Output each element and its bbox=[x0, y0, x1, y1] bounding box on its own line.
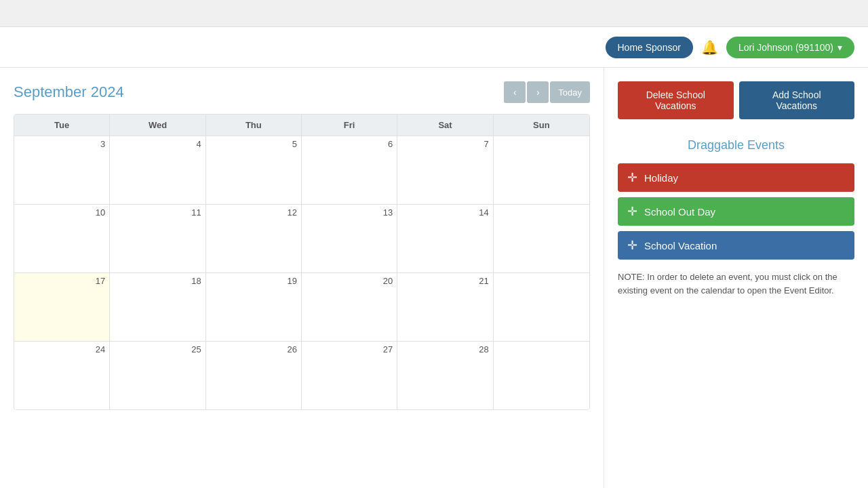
cell-number: 18 bbox=[114, 276, 201, 286]
draggable-label: School Out Day bbox=[644, 206, 715, 218]
draggable-school-vacation[interactable]: ✛School Vacation bbox=[618, 231, 854, 260]
calendar-cell[interactable]: 4 bbox=[110, 136, 205, 204]
calendar-week-1: 1011121314 bbox=[14, 204, 589, 272]
draggable-label: School Vacation bbox=[644, 240, 717, 251]
cell-number: 27 bbox=[306, 344, 393, 354]
main-content: September 2024 ‹ › Today TueWedThuFriSat… bbox=[0, 68, 868, 488]
cell-number: 5 bbox=[210, 139, 297, 149]
drag-handle-icon: ✛ bbox=[627, 238, 637, 253]
day-header-sun: Sun bbox=[494, 115, 589, 136]
cell-number: 10 bbox=[18, 207, 105, 218]
calendar-cell[interactable] bbox=[494, 273, 589, 341]
calendar-cell[interactable]: 12 bbox=[206, 205, 302, 272]
calendar-cell[interactable]: 26 bbox=[206, 342, 302, 409]
calendar-week-2: 1718192021 bbox=[14, 272, 589, 341]
draggable-label: Holiday bbox=[644, 172, 678, 184]
cell-number: 7 bbox=[401, 139, 488, 149]
calendar-week-3: 2425262728 bbox=[14, 341, 589, 409]
delete-school-vacations-button[interactable]: Delete School Vacations bbox=[618, 81, 734, 119]
calendar-cell[interactable]: 18 bbox=[110, 273, 205, 341]
user-label: Lori Johnson (991100) bbox=[738, 42, 833, 53]
day-header-thu: Thu bbox=[206, 115, 302, 136]
bell-icon[interactable]: 🔔 bbox=[701, 39, 718, 56]
day-header-wed: Wed bbox=[110, 115, 205, 136]
calendar-cell[interactable]: 20 bbox=[302, 273, 397, 341]
cell-number: 26 bbox=[210, 344, 297, 354]
cell-number: 21 bbox=[401, 276, 488, 286]
add-school-vacations-button[interactable]: Add School Vacations bbox=[739, 81, 855, 119]
cell-number: 19 bbox=[210, 276, 297, 286]
user-menu-button[interactable]: Lori Johnson (991100) ▾ bbox=[726, 37, 854, 58]
calendar-title: September 2024 bbox=[14, 83, 504, 101]
cell-number: 24 bbox=[18, 344, 105, 354]
note-text: NOTE: In order to delete an event, you m… bbox=[618, 270, 854, 297]
calendar-body: 34567101112131417181920212425262728 bbox=[14, 136, 589, 409]
calendar-cell[interactable]: 28 bbox=[397, 342, 493, 409]
calendar-cell[interactable]: 17 bbox=[14, 273, 110, 341]
action-buttons: Delete School Vacations Add School Vacat… bbox=[618, 81, 854, 119]
header: Home Sponsor 🔔 Lori Johnson (991100) ▾ bbox=[0, 27, 868, 68]
cell-number: 25 bbox=[114, 344, 201, 354]
calendar-cell[interactable]: 5 bbox=[206, 136, 302, 204]
calendar-cell[interactable]: 7 bbox=[397, 136, 493, 204]
cell-number: 6 bbox=[306, 139, 393, 149]
cell-number: 20 bbox=[306, 276, 393, 286]
day-header-tue: Tue bbox=[14, 115, 110, 136]
prev-month-button[interactable]: ‹ bbox=[504, 81, 526, 103]
day-header-fri: Fri bbox=[302, 115, 397, 136]
calendar-cell[interactable]: 27 bbox=[302, 342, 397, 409]
calendar-cell[interactable]: 3 bbox=[14, 136, 110, 204]
days-header: TueWedThuFriSatSun bbox=[14, 115, 589, 136]
calendar-cell[interactable]: 25 bbox=[110, 342, 205, 409]
cell-number: 14 bbox=[401, 207, 488, 218]
day-header-sat: Sat bbox=[397, 115, 493, 136]
home-sponsor-button[interactable]: Home Sponsor bbox=[606, 37, 693, 58]
calendar-grid: TueWedThuFriSatSun 345671011121314171819… bbox=[14, 114, 590, 410]
calendar-header: September 2024 ‹ › Today bbox=[14, 81, 590, 103]
today-button[interactable]: Today bbox=[550, 81, 590, 103]
calendar-cell[interactable]: 14 bbox=[397, 205, 493, 272]
drag-handle-icon: ✛ bbox=[627, 204, 637, 219]
next-month-button[interactable]: › bbox=[527, 81, 549, 103]
calendar-week-0: 34567 bbox=[14, 136, 589, 204]
draggable-holiday[interactable]: ✛Holiday bbox=[618, 163, 854, 192]
cell-number: 13 bbox=[306, 207, 393, 218]
calendar-cell[interactable] bbox=[494, 342, 589, 409]
nav-buttons: ‹ › Today bbox=[504, 81, 590, 103]
cell-number: 17 bbox=[18, 276, 105, 286]
calendar-cell[interactable] bbox=[494, 205, 589, 272]
calendar-area: September 2024 ‹ › Today TueWedThuFriSat… bbox=[0, 68, 604, 488]
calendar-cell[interactable]: 24 bbox=[14, 342, 110, 409]
calendar-cell[interactable] bbox=[494, 136, 589, 204]
draggable-events-list: ✛Holiday✛School Out Day✛School Vacation bbox=[618, 163, 854, 260]
cell-number: 28 bbox=[401, 344, 488, 354]
calendar-cell[interactable]: 13 bbox=[302, 205, 397, 272]
calendar-cell[interactable]: 19 bbox=[206, 273, 302, 341]
top-bar bbox=[0, 0, 868, 27]
cell-number: 4 bbox=[114, 139, 201, 149]
calendar-cell[interactable]: 11 bbox=[110, 205, 205, 272]
cell-number: 11 bbox=[114, 207, 201, 218]
calendar-cell[interactable]: 10 bbox=[14, 205, 110, 272]
draggable-events-title: Draggable Events bbox=[618, 138, 854, 152]
calendar-cell[interactable]: 6 bbox=[302, 136, 397, 204]
calendar-cell[interactable]: 21 bbox=[397, 273, 493, 341]
drag-handle-icon: ✛ bbox=[627, 170, 637, 185]
user-chevron-icon: ▾ bbox=[837, 42, 842, 53]
right-sidebar: Delete School Vacations Add School Vacat… bbox=[604, 68, 868, 488]
cell-number: 12 bbox=[210, 207, 297, 218]
draggable-school-out[interactable]: ✛School Out Day bbox=[618, 197, 854, 226]
cell-number: 3 bbox=[18, 139, 105, 149]
